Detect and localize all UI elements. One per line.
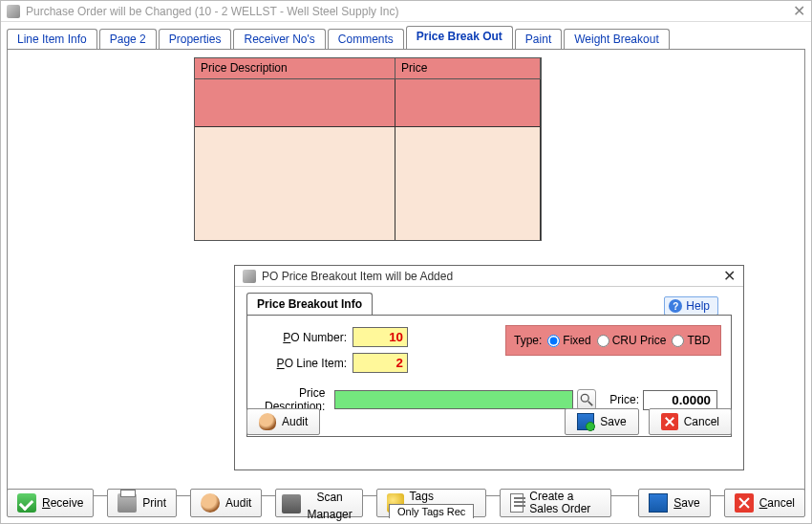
dialog-audit-button[interactable]: Audit xyxy=(246,408,320,435)
tab-price-break-out[interactable]: Price Break Out xyxy=(406,26,513,49)
grid-header-desc: Price Description xyxy=(195,58,395,79)
bottom-toolbar: Receive Print Audit ScanManager Tags Rec… xyxy=(7,489,805,517)
receive-icon xyxy=(17,493,36,513)
print-icon xyxy=(118,493,137,513)
subtab-price-breakout-info[interactable]: Price Breakout Info xyxy=(246,293,373,316)
scan-manager-button[interactable]: ScanManager xyxy=(275,489,362,517)
po-line-field[interactable] xyxy=(353,353,408,373)
svg-point-0 xyxy=(582,394,589,402)
help-button[interactable]: ? Help xyxy=(664,296,718,316)
tab-properties[interactable]: Properties xyxy=(159,29,232,49)
scan-icon xyxy=(282,494,301,513)
grid-row-empty[interactable] xyxy=(195,127,541,240)
help-icon: ? xyxy=(669,299,682,313)
bottom-save-button[interactable]: Save xyxy=(638,489,710,517)
tab-strip: Line Item Info Page 2 Properties Receive… xyxy=(7,26,805,49)
audit-icon xyxy=(201,493,220,513)
grid-row-selected[interactable] xyxy=(195,79,541,127)
price-label: Price: xyxy=(609,393,639,406)
po-number-field[interactable] xyxy=(353,327,408,347)
dialog-cancel-button[interactable]: Cancel xyxy=(649,408,732,435)
dialog-icon xyxy=(243,270,256,283)
price-field[interactable] xyxy=(643,390,717,410)
type-fixed-radio[interactable] xyxy=(547,335,560,347)
lookup-button[interactable] xyxy=(577,389,596,410)
tab-comments[interactable]: Comments xyxy=(328,29,404,49)
print-button[interactable]: Print xyxy=(107,489,177,517)
save-icon xyxy=(649,493,668,513)
tab-page-2[interactable]: Page 2 xyxy=(99,29,157,49)
receive-button[interactable]: Receive xyxy=(7,489,94,517)
create-sales-order-button[interactable]: Create a Sales Order xyxy=(500,489,611,517)
sales-order-icon xyxy=(510,493,524,513)
main-window: Purchase Order will be Changed (10 - 2 W… xyxy=(0,0,812,524)
tab-paint[interactable]: Paint xyxy=(515,29,562,49)
tab-receiver-nos[interactable]: Receiver No's xyxy=(233,29,325,49)
tab-weight-breakout[interactable]: Weight Breakout xyxy=(564,29,670,49)
svg-line-1 xyxy=(588,402,592,405)
app-icon xyxy=(7,5,20,18)
audit-button[interactable]: Audit xyxy=(190,489,262,517)
titlebar: Purchase Order will be Changed (10 - 2 W… xyxy=(1,1,811,22)
price-description-field[interactable] xyxy=(334,390,573,409)
price-grid[interactable]: Price Description Price xyxy=(194,57,542,241)
tab-line-item-info[interactable]: Line Item Info xyxy=(7,29,97,49)
audit-icon xyxy=(259,413,276,430)
cancel-icon xyxy=(661,413,678,430)
type-tbd-radio[interactable] xyxy=(672,335,684,347)
only-tags-rec-label: Only Tags Rec xyxy=(389,504,474,518)
bottom-cancel-button[interactable]: Cancel xyxy=(724,489,805,517)
close-icon[interactable]: ✕ xyxy=(793,2,805,20)
type-group: Type: Fixed CRU Price TBD xyxy=(505,325,721,356)
save-icon xyxy=(577,413,594,430)
type-tbd-option[interactable]: TBD xyxy=(672,334,710,347)
type-cru-option[interactable]: CRU Price xyxy=(597,334,667,347)
dialog-button-row: Audit Save Cancel xyxy=(246,408,732,435)
dialog-titlebar: PO Price Breakout Item will be Added ✕ xyxy=(235,266,743,287)
type-cru-radio[interactable] xyxy=(597,335,609,347)
dialog-close-icon[interactable]: ✕ xyxy=(723,267,736,285)
grid-header-row: Price Description Price xyxy=(195,58,541,79)
tab-content: Price Description Price PO Price Breakou… xyxy=(7,49,805,496)
dialog-save-button[interactable]: Save xyxy=(565,408,638,435)
po-line-label: PO Line Item: xyxy=(261,357,353,370)
search-icon xyxy=(580,393,593,406)
grid-header-price: Price xyxy=(395,58,541,79)
cancel-icon xyxy=(735,493,754,513)
po-number-label: PO Number: xyxy=(261,331,353,344)
type-fixed-option[interactable]: Fixed xyxy=(547,334,590,347)
window-title: Purchase Order will be Changed (10 - 2 W… xyxy=(26,5,398,18)
dialog-title: PO Price Breakout Item will be Added xyxy=(262,270,453,283)
type-label: Type: xyxy=(514,334,542,347)
price-breakout-dialog: PO Price Breakout Item will be Added ✕ P… xyxy=(234,265,744,470)
